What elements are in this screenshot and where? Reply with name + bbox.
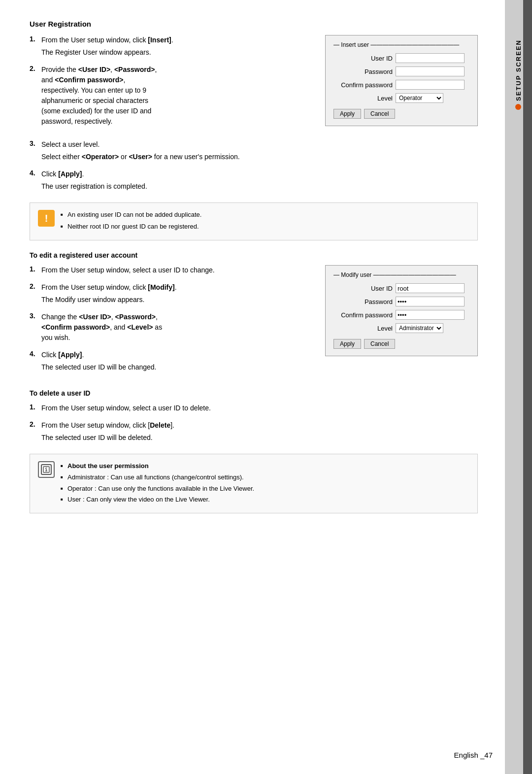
- insert-password-input[interactable]: [396, 67, 465, 76]
- edit-step-4-sub: The selected user ID will be changed.: [41, 362, 310, 372]
- insert-userid-input[interactable]: [396, 53, 465, 63]
- step-3: 3. Select a user level. Select either <O…: [30, 139, 478, 164]
- edit-step-2-text: From the User setup window, click [Modif…: [41, 282, 310, 293]
- insert-apply-button[interactable]: Apply: [333, 109, 361, 119]
- modify-cancel-button[interactable]: Cancel: [364, 339, 395, 349]
- modify-userid-label: User ID: [333, 285, 393, 292]
- registration-steps-34: 3. Select a user level. Select either <O…: [30, 139, 478, 194]
- info-box: About the user permission Administrator …: [30, 454, 478, 513]
- step-4: 4. Click [Apply]. The user registration …: [30, 169, 478, 194]
- main-content: User Registration 1. From the User setup…: [0, 0, 502, 774]
- modify-confirm-row: Confirm password: [333, 310, 469, 320]
- info-item-user: User : Can only view the video on the Li…: [61, 495, 254, 505]
- modify-confirm-label: Confirm password: [333, 311, 393, 319]
- delete-step-2-sub: The selected user ID will be deleted.: [41, 433, 478, 443]
- edit-step-3-password: <Password>: [115, 313, 156, 321]
- insert-userid-label: User ID: [333, 55, 393, 62]
- step-2-userid: <User ID>: [78, 66, 110, 73]
- delete-step-2-num: 2.: [30, 420, 39, 445]
- insert-level-select[interactable]: Operator Administrator User: [396, 93, 443, 103]
- modify-userid-row: User ID: [333, 283, 469, 293]
- insert-user-dialog: — Insert user ——————————————— User ID Pa…: [325, 35, 478, 134]
- step-3-sub: Select either <Operator> or <User> for a…: [41, 152, 478, 162]
- insert-dialog-buttons: Apply Cancel: [333, 109, 469, 119]
- modify-userid-input[interactable]: [396, 283, 465, 293]
- svg-point-4: [46, 467, 47, 468]
- edit-steps-list: 1. From the User setup window, select a …: [30, 265, 310, 374]
- modify-level-label: Level: [333, 325, 393, 332]
- step-2: 2. Provide the <User ID>, <Password>, an…: [30, 65, 310, 129]
- step-2-num: 2.: [30, 65, 39, 129]
- insert-password-label: Password: [333, 68, 393, 75]
- modify-confirm-input[interactable]: [396, 310, 465, 320]
- info-item-operator: Operator : Can use only the functions av…: [61, 484, 254, 494]
- step-4-num: 4.: [30, 169, 39, 194]
- step-1-sub: The Register User window appears.: [41, 47, 310, 58]
- notice-item-1: An existing user ID can not be added dup…: [61, 210, 201, 220]
- step-2-password: <Password>: [114, 66, 155, 73]
- edit-step-3-level: <Level>: [127, 323, 153, 331]
- info-icon-inner: [41, 464, 52, 475]
- delete-step-2: 2. From the User setup window, click [De…: [30, 420, 478, 445]
- side-dot: [516, 104, 522, 110]
- registration-steps-left: 1. From the User setup window, click [In…: [30, 35, 310, 134]
- modify-password-label: Password: [333, 298, 393, 305]
- modify-password-input[interactable]: [396, 297, 465, 306]
- step-3-content: Select a user level. Select either <Oper…: [41, 139, 478, 164]
- delete-step-1-content: From the User setup window, select a use…: [41, 403, 478, 415]
- edit-step-3-text: Change the <User ID>, <Password>, <Confi…: [41, 312, 310, 343]
- edit-step-3-confirm: <Confirm password>: [41, 323, 110, 331]
- modify-apply-button[interactable]: Apply: [333, 339, 361, 349]
- registration-two-col: 1. From the User setup window, click [In…: [30, 35, 478, 134]
- delete-step-2-text: From the User setup window, click [Delet…: [41, 420, 478, 431]
- insert-user-dialog-box: — Insert user ——————————————— User ID Pa…: [325, 35, 478, 126]
- insert-level-row: Level Operator Administrator User: [333, 93, 469, 103]
- modify-user-dialog-title: — Modify user ——————————————: [333, 271, 469, 278]
- step-3-user: <User>: [129, 153, 152, 161]
- notice-icon: !: [38, 210, 55, 227]
- info-icon: [38, 461, 55, 478]
- step-4-text: Click [Apply].: [41, 169, 478, 179]
- step-1-num: 1.: [30, 35, 39, 60]
- delete-step-2-delete: Delete: [150, 421, 170, 429]
- delete-step-1: 1. From the User setup window, select a …: [30, 403, 478, 415]
- edit-step-2-modify: [Modify]: [148, 283, 174, 291]
- step-3-text: Select a user level.: [41, 139, 478, 150]
- notice-box: ! An existing user ID can not be added d…: [30, 202, 478, 240]
- edit-step-1-content: From the User setup window, select a use…: [41, 265, 310, 277]
- step-1-insert: [Insert]: [148, 36, 171, 44]
- edit-step-2-sub: The Modify user window appears.: [41, 295, 310, 305]
- info-content-items: About the user permission Administrator …: [61, 461, 254, 505]
- info-title-text: About the user permission: [67, 462, 149, 470]
- section-delete-user: To delete a user ID 1. From the User set…: [30, 389, 478, 445]
- step-1-content: From the User setup window, click [Inser…: [41, 35, 310, 60]
- delete-step-1-num: 1.: [30, 403, 39, 415]
- section-title-edit: To edit a registered user account: [30, 251, 478, 259]
- notice-list: An existing user ID can not be added dup…: [61, 210, 201, 231]
- delete-step-2-content: From the User setup window, click [Delet…: [41, 420, 478, 445]
- edit-step-1-num: 1.: [30, 265, 39, 277]
- section-user-registration: User Registration 1. From the User setup…: [30, 20, 478, 194]
- edit-step-3-content: Change the <User ID>, <Password>, <Confi…: [41, 312, 310, 345]
- info-content: About the user permission Administrator …: [61, 461, 254, 506]
- step-3-operator: <Operator>: [82, 153, 119, 161]
- step-3-num: 3.: [30, 139, 39, 164]
- modify-user-dialog-box: — Modify user —————————————— User ID Pas…: [325, 265, 478, 356]
- modify-level-select[interactable]: Administrator Operator User: [396, 323, 443, 333]
- edit-step-2-num: 2.: [30, 282, 39, 307]
- modify-password-row: Password: [333, 297, 469, 306]
- insert-cancel-button[interactable]: Cancel: [364, 109, 395, 119]
- insert-confirm-input[interactable]: [396, 80, 465, 90]
- edit-step-4-num: 4.: [30, 350, 39, 374]
- step-4-apply: [Apply]: [58, 170, 82, 178]
- edit-step-3-num: 3.: [30, 312, 39, 345]
- info-list: About the user permission Administrator …: [61, 461, 254, 505]
- modify-user-dialog: — Modify user —————————————— User ID Pas…: [325, 265, 478, 379]
- delete-steps-list: 1. From the User setup window, select a …: [30, 403, 478, 445]
- edit-step-4: 4. Click [Apply]. The selected user ID w…: [30, 350, 310, 374]
- insert-confirm-label: Confirm password: [333, 81, 393, 89]
- page-footer: English _47: [454, 751, 493, 759]
- edit-two-col: 1. From the User setup window, select a …: [30, 265, 478, 379]
- side-tab-text: SETUP SCREEN: [515, 39, 522, 101]
- edit-step-3: 3. Change the <User ID>, <Password>, <Co…: [30, 312, 310, 345]
